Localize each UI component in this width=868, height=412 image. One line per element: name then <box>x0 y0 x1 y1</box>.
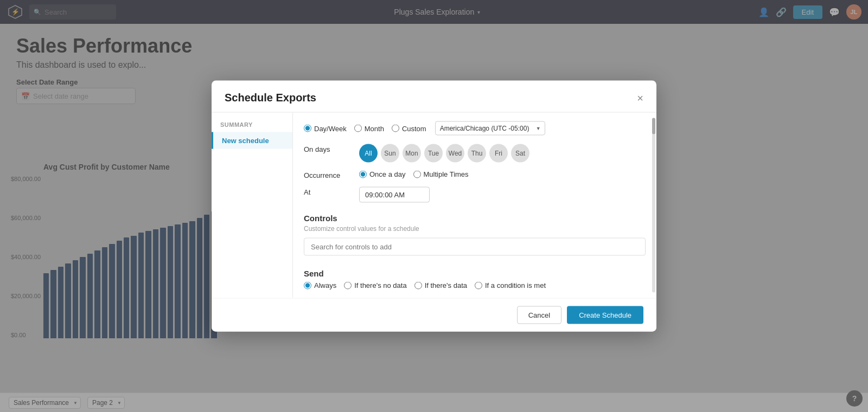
cancel-button[interactable]: Cancel <box>517 306 561 324</box>
scroll-indicator <box>652 118 655 293</box>
day-buttons-group: All Sun Mon Tue Wed Thu Fri Sat <box>359 144 529 163</box>
occurrence-options: Once a day Multiple Times <box>359 170 646 178</box>
occurrence-radio-group: Once a day Multiple Times <box>359 170 646 178</box>
send-no-data[interactable]: If there's no data <box>344 281 406 289</box>
day-btn-mon[interactable]: Mon <box>403 144 421 163</box>
day-btn-thu[interactable]: Thu <box>468 144 486 163</box>
modal-header: Schedule Exports × <box>212 81 656 113</box>
occurrence-once[interactable]: Once a day <box>359 170 406 178</box>
send-if-data[interactable]: If there's data <box>414 281 467 289</box>
frequency-row: Day/Week Month Custom America/Chicago (U… <box>304 121 646 136</box>
send-radio-group: Always If there's no data If there's dat… <box>304 281 646 289</box>
frequency-radio-group: Day/Week Month Custom <box>304 124 426 132</box>
controls-title: Controls <box>304 214 646 223</box>
send-title: Send <box>304 269 646 278</box>
on-days-label: On days <box>304 144 353 153</box>
modal-title: Schedule Exports <box>225 92 316 104</box>
create-schedule-button[interactable]: Create Schedule <box>567 306 643 324</box>
send-condition[interactable]: If a condition is met <box>475 281 546 289</box>
day-btn-sat[interactable]: Sat <box>511 144 529 163</box>
timezone-select[interactable]: America/Chicago (UTC -05:00) <box>435 121 545 136</box>
on-days-row: On days All Sun Mon Tue Wed Thu Fri Sat <box>304 144 646 163</box>
occurrence-multiple[interactable]: Multiple Times <box>413 170 469 178</box>
modal-form-content: Day/Week Month Custom America/Chicago (U… <box>293 113 656 298</box>
modal-footer: Cancel Create Schedule <box>212 298 656 332</box>
modal-body: Summary New schedule Day/Week Month <box>212 113 656 298</box>
modal-close-button[interactable]: × <box>637 92 643 103</box>
frequency-month[interactable]: Month <box>354 124 384 132</box>
occurrence-label: Occurrence <box>304 170 353 179</box>
send-always[interactable]: Always <box>304 281 336 289</box>
scroll-thumb <box>652 118 655 134</box>
day-btn-wed[interactable]: Wed <box>446 144 464 163</box>
occurrence-row: Occurrence Once a day Multiple Times <box>304 170 646 179</box>
modal-sidebar: Summary New schedule <box>212 113 293 298</box>
day-btn-all[interactable]: All <box>359 144 378 163</box>
at-label: At <box>304 187 353 196</box>
timezone-wrap: America/Chicago (UTC -05:00) <box>435 121 545 136</box>
day-btn-fri[interactable]: Fri <box>489 144 508 163</box>
sidebar-item-new-schedule[interactable]: New schedule <box>212 132 292 149</box>
day-btn-sun[interactable]: Sun <box>381 144 399 163</box>
day-btn-tue[interactable]: Tue <box>424 144 443 163</box>
controls-subtitle: Customize control values for a schedule <box>304 225 646 233</box>
frequency-custom[interactable]: Custom <box>392 124 426 132</box>
frequency-day-week[interactable]: Day/Week <box>304 124 347 132</box>
schedule-exports-modal: Schedule Exports × Summary New schedule … <box>212 81 656 332</box>
at-time-row: At <box>304 187 646 203</box>
sidebar-section-label: Summary <box>212 121 292 132</box>
controls-search-input[interactable] <box>304 238 646 256</box>
time-input[interactable] <box>359 187 430 203</box>
